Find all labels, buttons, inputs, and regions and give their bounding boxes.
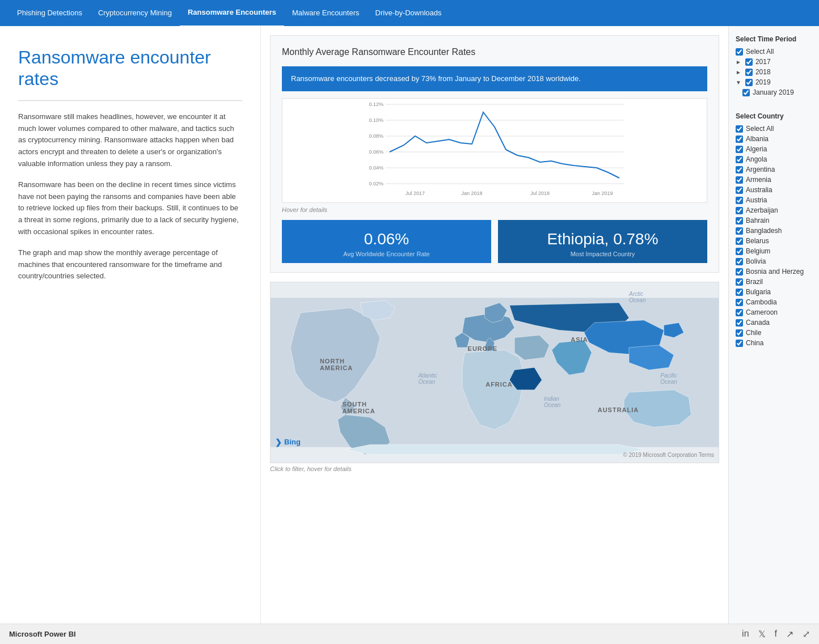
footer: Microsoft Power BI in 𝕏 f ↗ ⤢ (0, 624, 819, 644)
label-belarus: Belarus (746, 237, 769, 245)
checkbox-bangladesh[interactable] (736, 227, 743, 235)
nav-phishing[interactable]: Phishing Detections (9, 0, 90, 26)
checkbox-albania[interactable] (736, 135, 743, 143)
ocean-label-indian: IndianOcean (544, 396, 560, 408)
time-period-title: Select Time Period (736, 35, 812, 43)
country-item-bosnia[interactable]: Bosnia and Herzeg (736, 268, 812, 276)
label-canada: Canada (746, 319, 770, 327)
country-item-canada[interactable]: Canada (736, 319, 812, 327)
footer-brand: Microsoft Power BI (9, 630, 76, 638)
map-label-australia: AUSTRALIA (598, 406, 639, 413)
checkbox-2019[interactable] (745, 79, 753, 86)
country-list: AlbaniaAlgeriaAngolaArgentinaArmeniaAust… (736, 135, 812, 347)
country-item-belgium[interactable]: Belgium (736, 247, 812, 255)
checkbox-angola[interactable] (736, 156, 743, 163)
country-item-austria[interactable]: Austria (736, 196, 812, 204)
map-section: NORTHAMERICA SOUTHAMERICA EUROPE AFRICA … (270, 282, 719, 472)
checkbox-belgium[interactable] (736, 248, 743, 255)
checkbox-bulgaria[interactable] (736, 289, 743, 296)
checkbox-brazil[interactable] (736, 278, 743, 286)
time-item-2018[interactable]: ► 2018 (736, 68, 812, 76)
label-albania: Albania (746, 135, 769, 143)
nav-crypto[interactable]: Cryptocurrency Mining (90, 0, 180, 26)
country-item-albania[interactable]: Albania (736, 135, 812, 143)
bing-chevron-icon: ❯ (275, 438, 282, 447)
checkbox-canada[interactable] (736, 319, 743, 327)
checkbox-2017[interactable] (745, 58, 753, 66)
stat-worldwide: 0.06% Avg Worldwide Encounter Rate (282, 220, 491, 263)
label-bulgaria: Bulgaria (746, 288, 771, 296)
country-item-china[interactable]: China (736, 339, 812, 347)
time-select-all-checkbox[interactable] (736, 48, 743, 56)
checkbox-algeria[interactable] (736, 146, 743, 153)
time-item-jan2019[interactable]: January 2019 (736, 88, 812, 96)
checkbox-china[interactable] (736, 340, 743, 347)
country-title: Select Country (736, 112, 812, 120)
facebook-icon[interactable]: f (775, 629, 777, 639)
country-item-argentina[interactable]: Argentina (736, 166, 812, 173)
label-bolivia: Bolivia (746, 257, 766, 265)
ocean-label-arctic: ArcticOcean (629, 291, 645, 303)
label-2018: 2018 (755, 68, 771, 76)
checkbox-austria[interactable] (736, 197, 743, 204)
country-item-bahrain[interactable]: Bahrain (736, 217, 812, 224)
line-chart[interactable]: 0.12% 0.10% 0.08% 0.06% 0.04% 0.02% Jul … (282, 98, 707, 203)
map-label-europe: EUROPE (468, 345, 497, 352)
nav-ransomware[interactable]: Ransomware Encounters (180, 0, 284, 27)
label-brazil: Brazil (746, 278, 763, 286)
main-layout: Ransomware encounter rates Ransomware st… (0, 26, 819, 624)
country-item-australia[interactable]: Australia (736, 186, 812, 194)
country-select-all-checkbox[interactable] (736, 125, 743, 133)
checkbox-2018[interactable] (745, 69, 753, 76)
ocean-label-pacific: PacificOcean (660, 372, 677, 385)
bing-watermark: ❯ Bing (275, 438, 301, 447)
nav-drive[interactable]: Drive-by-Downloads (368, 0, 450, 26)
linkedin-icon[interactable]: in (742, 629, 749, 639)
chart-svg: 0.12% 0.10% 0.08% 0.06% 0.04% 0.02% Jul … (282, 99, 707, 201)
map-copyright: © 2019 Microsoft Corporation Terms (623, 452, 714, 458)
stat-impacted-label: Most Impacted Country (505, 251, 700, 257)
country-item-cameroon[interactable]: Cameroon (736, 308, 812, 316)
checkbox-bosnia[interactable] (736, 268, 743, 276)
checkbox-cambodia[interactable] (736, 299, 743, 306)
country-item-armenia[interactable]: Armenia (736, 176, 812, 184)
svg-text:0.02%: 0.02% (369, 181, 383, 187)
checkbox-armenia[interactable] (736, 176, 743, 184)
time-item-2019[interactable]: ▼ 2019 (736, 78, 812, 86)
world-map[interactable]: NORTHAMERICA SOUTHAMERICA EUROPE AFRICA … (270, 282, 719, 463)
checkbox-bahrain[interactable] (736, 217, 743, 224)
share-icon[interactable]: ↗ (786, 629, 793, 639)
country-item-bolivia[interactable]: Bolivia (736, 257, 812, 265)
twitter-icon[interactable]: 𝕏 (758, 629, 766, 639)
country-item-brazil[interactable]: Brazil (736, 278, 812, 286)
left-panel: Ransomware encounter rates Ransomware st… (0, 26, 261, 624)
description-p2: Ransomware has been on the decline in re… (18, 179, 242, 238)
checkbox-chile[interactable] (736, 329, 743, 337)
time-select-all[interactable]: Select All (736, 48, 812, 56)
stat-most-impacted: Ethiopia, 0.78% Most Impacted Country (498, 220, 707, 263)
checkbox-australia[interactable] (736, 187, 743, 194)
label-2017: 2017 (755, 58, 771, 66)
country-item-cambodia[interactable]: Cambodia (736, 298, 812, 306)
country-item-chile[interactable]: Chile (736, 329, 812, 337)
country-item-azerbaijan[interactable]: Azerbaijan (736, 206, 812, 214)
expand-icon[interactable]: ⤢ (803, 629, 810, 639)
country-item-bulgaria[interactable]: Bulgaria (736, 288, 812, 296)
sidebar-spacer (736, 99, 812, 112)
time-item-2017[interactable]: ► 2017 (736, 58, 812, 66)
checkbox-belarus[interactable] (736, 238, 743, 245)
time-select-all-label: Select All (746, 48, 774, 56)
country-item-bangladesh[interactable]: Bangladesh (736, 227, 812, 235)
checkbox-cameroon[interactable] (736, 309, 743, 316)
checkbox-jan2019[interactable] (742, 89, 750, 96)
country-item-algeria[interactable]: Algeria (736, 145, 812, 153)
checkbox-azerbaijan[interactable] (736, 207, 743, 214)
chart-info-box: Ransomware encounters decreased by 73% f… (282, 66, 707, 91)
country-item-belarus[interactable]: Belarus (736, 237, 812, 245)
svg-text:Jan 2019: Jan 2019 (592, 190, 613, 196)
country-select-all[interactable]: Select All (736, 125, 812, 133)
checkbox-argentina[interactable] (736, 166, 743, 173)
country-item-angola[interactable]: Angola (736, 155, 812, 163)
nav-malware[interactable]: Malware Encounters (284, 0, 368, 26)
checkbox-bolivia[interactable] (736, 258, 743, 265)
